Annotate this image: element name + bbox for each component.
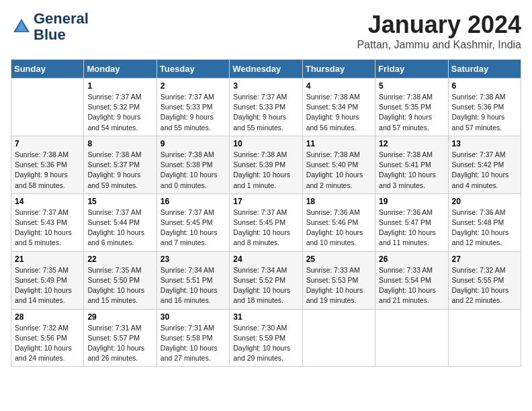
calendar-cell: 31Sunrise: 7:30 AM Sunset: 5:59 PM Dayli… xyxy=(230,309,302,367)
day-info: Sunrise: 7:37 AM Sunset: 5:32 PM Dayligh… xyxy=(87,92,152,133)
day-number: 26 xyxy=(379,255,444,264)
day-info: Sunrise: 7:31 AM Sunset: 5:58 PM Dayligh… xyxy=(161,323,226,364)
calendar-cell: 27Sunrise: 7:32 AM Sunset: 5:55 PM Dayli… xyxy=(448,251,521,309)
calendar-cell: 1Sunrise: 7:37 AM Sunset: 5:32 PM Daylig… xyxy=(84,79,157,136)
calendar-cell: 28Sunrise: 7:32 AM Sunset: 5:56 PM Dayli… xyxy=(11,309,84,367)
day-number: 9 xyxy=(161,139,226,148)
week-row-4: 21Sunrise: 7:35 AM Sunset: 5:49 PM Dayli… xyxy=(11,251,521,309)
day-info: Sunrise: 7:37 AM Sunset: 5:43 PM Dayligh… xyxy=(15,208,80,248)
day-info: Sunrise: 7:35 AM Sunset: 5:49 PM Dayligh… xyxy=(15,265,80,306)
calendar-cell xyxy=(11,79,84,136)
day-info: Sunrise: 7:37 AM Sunset: 5:44 PM Dayligh… xyxy=(87,208,152,248)
week-row-1: 1Sunrise: 7:37 AM Sunset: 5:32 PM Daylig… xyxy=(11,79,521,136)
day-number: 13 xyxy=(452,139,517,148)
calendar-cell: 20Sunrise: 7:36 AM Sunset: 5:48 PM Dayli… xyxy=(448,193,521,251)
day-number: 20 xyxy=(452,197,517,206)
day-info: Sunrise: 7:38 AM Sunset: 5:34 PM Dayligh… xyxy=(306,92,371,133)
header: General Blue January 2024 Pattan, Jammu … xyxy=(11,11,521,51)
weekday-saturday: Saturday xyxy=(448,60,521,79)
day-number: 8 xyxy=(87,139,152,148)
day-info: Sunrise: 7:38 AM Sunset: 5:38 PM Dayligh… xyxy=(161,150,226,191)
day-number: 29 xyxy=(87,312,152,322)
day-info: Sunrise: 7:38 AM Sunset: 5:36 PM Dayligh… xyxy=(15,150,80,191)
weekday-friday: Friday xyxy=(375,60,448,79)
logo-text: General Blue xyxy=(34,11,89,43)
week-row-2: 7Sunrise: 7:38 AM Sunset: 5:36 PM Daylig… xyxy=(11,136,521,193)
day-number: 21 xyxy=(15,255,80,264)
day-info: Sunrise: 7:38 AM Sunset: 5:39 PM Dayligh… xyxy=(233,150,298,191)
day-info: Sunrise: 7:37 AM Sunset: 5:45 PM Dayligh… xyxy=(161,208,226,248)
calendar-cell: 7Sunrise: 7:38 AM Sunset: 5:36 PM Daylig… xyxy=(11,136,84,193)
weekday-monday: Monday xyxy=(84,60,157,79)
day-info: Sunrise: 7:38 AM Sunset: 5:40 PM Dayligh… xyxy=(306,150,371,191)
calendar-body: 1Sunrise: 7:37 AM Sunset: 5:32 PM Daylig… xyxy=(11,79,521,367)
day-number: 22 xyxy=(87,255,152,264)
calendar-cell: 8Sunrise: 7:38 AM Sunset: 5:37 PM Daylig… xyxy=(84,136,157,193)
day-number: 31 xyxy=(233,312,298,322)
calendar-table: SundayMondayTuesdayWednesdayThursdayFrid… xyxy=(11,59,521,367)
day-number: 2 xyxy=(161,81,226,91)
day-info: Sunrise: 7:37 AM Sunset: 5:33 PM Dayligh… xyxy=(161,92,226,133)
calendar-cell: 16Sunrise: 7:37 AM Sunset: 5:45 PM Dayli… xyxy=(157,193,229,251)
calendar-cell: 9Sunrise: 7:38 AM Sunset: 5:38 PM Daylig… xyxy=(157,136,229,193)
weekday-sunday: Sunday xyxy=(11,60,84,79)
calendar-cell: 17Sunrise: 7:37 AM Sunset: 5:45 PM Dayli… xyxy=(230,193,302,251)
week-row-3: 14Sunrise: 7:37 AM Sunset: 5:43 PM Dayli… xyxy=(11,193,521,251)
day-info: Sunrise: 7:36 AM Sunset: 5:46 PM Dayligh… xyxy=(306,208,371,248)
day-number: 11 xyxy=(306,139,371,148)
weekday-header-row: SundayMondayTuesdayWednesdayThursdayFrid… xyxy=(11,60,521,79)
day-number: 6 xyxy=(452,81,517,91)
logo: General Blue xyxy=(11,11,89,43)
day-number: 12 xyxy=(379,139,444,148)
day-number: 30 xyxy=(161,312,226,322)
day-info: Sunrise: 7:36 AM Sunset: 5:48 PM Dayligh… xyxy=(452,208,517,248)
day-number: 24 xyxy=(233,255,298,264)
calendar-cell: 22Sunrise: 7:35 AM Sunset: 5:50 PM Dayli… xyxy=(84,251,157,309)
calendar-cell: 10Sunrise: 7:38 AM Sunset: 5:39 PM Dayli… xyxy=(230,136,302,193)
calendar-cell xyxy=(448,309,521,367)
month-title: January 2024 xyxy=(357,11,521,39)
calendar-cell: 24Sunrise: 7:34 AM Sunset: 5:52 PM Dayli… xyxy=(230,251,302,309)
calendar-cell: 4Sunrise: 7:38 AM Sunset: 5:34 PM Daylig… xyxy=(302,79,375,136)
logo-icon xyxy=(11,16,32,38)
day-number: 1 xyxy=(87,81,152,91)
day-info: Sunrise: 7:38 AM Sunset: 5:35 PM Dayligh… xyxy=(379,92,444,133)
day-info: Sunrise: 7:38 AM Sunset: 5:41 PM Dayligh… xyxy=(379,150,444,191)
calendar-cell: 19Sunrise: 7:36 AM Sunset: 5:47 PM Dayli… xyxy=(375,193,448,251)
day-number: 10 xyxy=(233,139,298,148)
day-number: 16 xyxy=(161,197,226,206)
day-info: Sunrise: 7:37 AM Sunset: 5:45 PM Dayligh… xyxy=(233,208,298,248)
day-info: Sunrise: 7:34 AM Sunset: 5:51 PM Dayligh… xyxy=(161,265,226,306)
calendar-cell: 12Sunrise: 7:38 AM Sunset: 5:41 PM Dayli… xyxy=(375,136,448,193)
calendar-cell: 29Sunrise: 7:31 AM Sunset: 5:57 PM Dayli… xyxy=(84,309,157,367)
day-number: 5 xyxy=(379,81,444,91)
day-number: 17 xyxy=(233,197,298,206)
calendar-cell: 25Sunrise: 7:33 AM Sunset: 5:53 PM Dayli… xyxy=(302,251,375,309)
week-row-5: 28Sunrise: 7:32 AM Sunset: 5:56 PM Dayli… xyxy=(11,309,521,367)
calendar-cell: 26Sunrise: 7:33 AM Sunset: 5:54 PM Dayli… xyxy=(375,251,448,309)
title-area: January 2024 Pattan, Jammu and Kashmir, … xyxy=(357,11,521,51)
day-number: 4 xyxy=(306,81,371,91)
calendar-cell: 13Sunrise: 7:37 AM Sunset: 5:42 PM Dayli… xyxy=(448,136,521,193)
weekday-wednesday: Wednesday xyxy=(230,60,302,79)
day-number: 18 xyxy=(306,197,371,206)
calendar-cell: 6Sunrise: 7:38 AM Sunset: 5:36 PM Daylig… xyxy=(448,79,521,136)
day-info: Sunrise: 7:32 AM Sunset: 5:56 PM Dayligh… xyxy=(15,323,80,364)
day-info: Sunrise: 7:35 AM Sunset: 5:50 PM Dayligh… xyxy=(87,265,152,306)
day-info: Sunrise: 7:34 AM Sunset: 5:52 PM Dayligh… xyxy=(233,265,298,306)
location-title: Pattan, Jammu and Kashmir, India xyxy=(357,39,521,51)
day-info: Sunrise: 7:36 AM Sunset: 5:47 PM Dayligh… xyxy=(379,208,444,248)
day-info: Sunrise: 7:33 AM Sunset: 5:54 PM Dayligh… xyxy=(379,265,444,306)
calendar-cell: 30Sunrise: 7:31 AM Sunset: 5:58 PM Dayli… xyxy=(157,309,229,367)
calendar-cell: 23Sunrise: 7:34 AM Sunset: 5:51 PM Dayli… xyxy=(157,251,229,309)
calendar-cell: 15Sunrise: 7:37 AM Sunset: 5:44 PM Dayli… xyxy=(84,193,157,251)
day-number: 3 xyxy=(233,81,298,91)
day-number: 19 xyxy=(379,197,444,206)
day-number: 14 xyxy=(15,197,80,206)
day-info: Sunrise: 7:32 AM Sunset: 5:55 PM Dayligh… xyxy=(452,265,517,306)
day-info: Sunrise: 7:38 AM Sunset: 5:37 PM Dayligh… xyxy=(87,150,152,191)
day-info: Sunrise: 7:33 AM Sunset: 5:53 PM Dayligh… xyxy=(306,265,371,306)
calendar-cell: 2Sunrise: 7:37 AM Sunset: 5:33 PM Daylig… xyxy=(157,79,229,136)
day-number: 23 xyxy=(161,255,226,264)
day-info: Sunrise: 7:37 AM Sunset: 5:33 PM Dayligh… xyxy=(233,92,298,133)
